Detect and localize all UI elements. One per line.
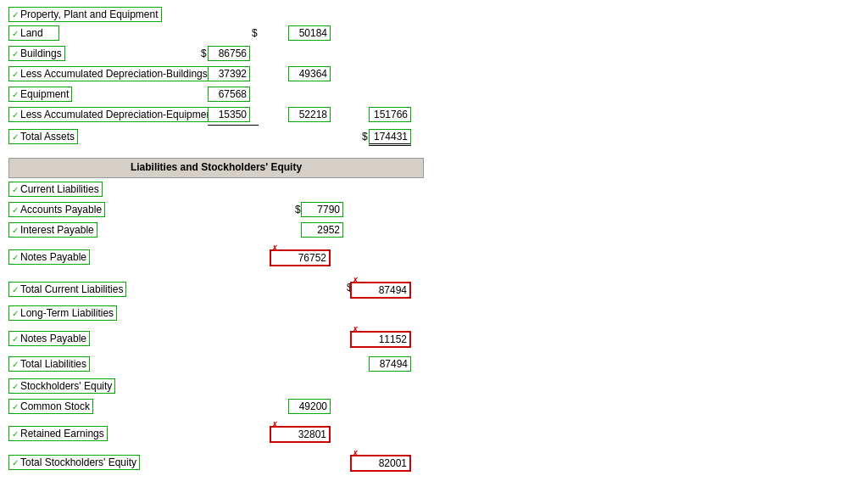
common-stock-label: Common Stock: [8, 399, 93, 414]
total-current-liabilities-input[interactable]: 87494: [350, 282, 411, 299]
notes-payable-long-label: Notes Payable: [8, 331, 90, 346]
interest-payable-label: Interest Payable: [8, 222, 97, 238]
land-label: Land: [8, 25, 59, 41]
total-assets-label: Total Assets: [8, 129, 78, 144]
retained-earnings-input[interactable]: 32801: [270, 426, 331, 443]
liabilities-header: Liabilities and Stockholders' Equity: [8, 158, 424, 178]
equipment-net1-value: 52218: [288, 107, 331, 122]
total-assets-dollar: $: [362, 131, 368, 143]
notes-payable-current-label: Notes Payable: [8, 249, 90, 265]
buildings-dollar: $: [201, 48, 207, 59]
equipment-net2-value: 151766: [369, 107, 411, 122]
notes-payable-long-input[interactable]: 11152: [350, 331, 411, 348]
accounts-payable-dollar: $: [295, 204, 301, 216]
financial-statement-page: Property, Plant and Equipment Land 50184…: [0, 0, 868, 487]
land-dollar: $: [252, 27, 258, 39]
less-accum-buildings-label: Less Accumulated Depreciation-Buildings: [8, 66, 211, 81]
long-term-liabilities-label: Long-Term Liabilities: [8, 305, 117, 321]
notes-payable-current-input[interactable]: 76752: [270, 249, 331, 266]
less-accum-equipment-label: Less Accumulated Depreciation-Equipment: [8, 107, 218, 122]
common-stock-value: 49200: [288, 399, 331, 414]
stockholders-equity-label: Stockholders' Equity: [8, 378, 115, 394]
interest-payable-value: 2952: [301, 222, 343, 238]
buildings-value: 86756: [208, 46, 250, 61]
less-accum-buildings-value: 37392: [208, 66, 250, 81]
buildings-net-value: 49364: [288, 66, 331, 81]
total-current-liabilities-label: Total Current Liabilities: [8, 282, 126, 297]
accounts-payable-label: Accounts Payable: [8, 202, 105, 217]
equipment-value: 67568: [208, 87, 250, 102]
total-liabilities-label: Total Liabilities: [8, 356, 90, 372]
buildings-label: Buildings: [8, 46, 65, 61]
current-liabilities-label: Current Liabilities: [8, 182, 103, 197]
less-accum-equipment-value: 15350: [208, 107, 250, 122]
total-stockholders-equity-label: Total Stockholders' Equity: [8, 455, 140, 470]
equipment-label: Equipment: [8, 87, 72, 102]
land-value: 50184: [288, 25, 331, 41]
total-liabilities-value: 87494: [369, 356, 411, 372]
underline-equipment: [208, 125, 259, 126]
accounts-payable-value: 7790: [301, 202, 343, 217]
retained-earnings-label: Retained Earnings: [8, 426, 108, 441]
total-assets-value: 174431: [369, 129, 411, 146]
property-plant-label: Property, Plant and Equipment: [8, 7, 162, 22]
total-stockholders-equity-input[interactable]: 82001: [350, 455, 411, 472]
